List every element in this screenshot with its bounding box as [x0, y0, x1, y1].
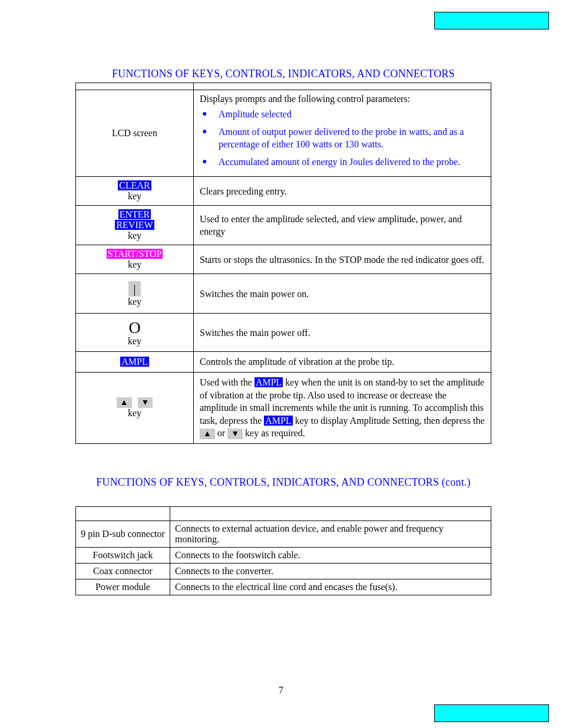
ampl-inline-tag: AMPL	[264, 416, 292, 426]
enter-key-tag: ENTER	[118, 209, 151, 219]
key-sub: key	[82, 336, 187, 347]
decorative-cyan-box-bottom	[434, 704, 549, 722]
page-content: FUNCTIONS OF KEYS, CONTROLS, INDICATORS,…	[0, 0, 562, 595]
row-footswitch: Footswitch jack Connects to the footswit…	[76, 547, 491, 563]
ampl-key-tag: AMPL	[120, 357, 148, 367]
down-arrow-icon: ▼	[138, 397, 153, 408]
row-dsub: 9 pin D-sub connector Connects to extern…	[76, 521, 491, 547]
functions-table-2: 9 pin D-sub connector Connects to extern…	[75, 506, 491, 595]
arrows-desc: Used with the AMPL key when the unit is …	[194, 372, 491, 443]
power-off-icon: O	[128, 318, 140, 337]
row-ampl-key: AMPL Controls the amplitude of vibration…	[76, 352, 491, 373]
lcd-label: LCD screen	[76, 90, 194, 177]
power-off-desc: Switches the main power off.	[194, 314, 491, 352]
row-clear-key: CLEAR key Clears preceding entry.	[76, 177, 491, 206]
page-number: 7	[0, 685, 562, 696]
footswitch-label: Footswitch jack	[76, 547, 170, 563]
clear-key-tag: CLEAR	[118, 180, 151, 190]
key-sub: key	[82, 408, 187, 419]
lcd-intro: Displays prompts and the following contr…	[200, 94, 485, 104]
row-start-stop-key: START/STOP key Starts or stops the ultra…	[76, 245, 491, 274]
start-stop-desc: Starts or stops the ultrasonics. In the …	[194, 245, 491, 274]
row-power-on-key: | key Switches the main power on.	[76, 274, 491, 314]
enter-review-desc: Used to enter the amplitude selected, an…	[194, 206, 491, 245]
ampl-inline-tag: AMPL	[254, 377, 283, 387]
lcd-bullet: Accumulated amount of energy in Joules d…	[200, 156, 485, 169]
start-stop-key-tag: START/STOP	[107, 249, 163, 259]
row-arrow-keys: ▲ ▼ key Used with the AMPL key when the …	[76, 372, 491, 443]
row-enter-review-key: ENTER REVIEW key Used to enter the ampli…	[76, 206, 491, 245]
row-power-off-key: O key Switches the main power off.	[76, 314, 491, 352]
power-on-desc: Switches the main power on.	[194, 274, 491, 314]
up-arrow-inline-icon: ▲	[200, 429, 215, 439]
section-heading-1: FUNCTIONS OF KEYS, CONTROLS, INDICATORS,…	[75, 68, 491, 80]
row-power-module: Power module Connects to the electrical …	[76, 579, 491, 595]
decorative-cyan-box-top	[434, 12, 549, 29]
ampl-desc: Controls the amplitude of vibration at t…	[194, 352, 491, 373]
lcd-bullet: Amplitude selected	[200, 108, 485, 121]
power-module-label: Power module	[76, 579, 170, 595]
row-lcd-screen: LCD screen Displays prompts and the foll…	[76, 90, 491, 177]
key-sub: key	[82, 297, 187, 307]
power-module-desc: Connects to the electrical line cord and…	[170, 579, 491, 595]
key-sub: key	[82, 259, 187, 270]
power-on-icon: |	[128, 281, 140, 297]
dsub-label: 9 pin D-sub connector	[76, 521, 170, 547]
dsub-desc: Connects to external actuation device, a…	[170, 521, 491, 547]
footswitch-desc: Connects to the footswitch cable.	[170, 547, 491, 563]
clear-desc: Clears preceding entry.	[194, 177, 491, 206]
review-key-tag: REVIEW	[115, 220, 154, 230]
functions-table-1: LCD screen Displays prompts and the foll…	[75, 83, 491, 444]
down-arrow-inline-icon: ▼	[227, 429, 243, 439]
section-heading-2: FUNCTIONS OF KEYS, CONTROLS, INDICATORS,…	[75, 476, 491, 489]
lcd-bullet: Amount of output power delivered to the …	[200, 126, 485, 151]
coax-label: Coax connector	[76, 563, 170, 579]
key-sub: key	[82, 230, 187, 241]
lcd-bullet-list: Amplitude selected Amount of output powe…	[200, 108, 485, 168]
up-arrow-icon: ▲	[117, 397, 132, 408]
coax-desc: Connects to the converter.	[170, 563, 491, 579]
row-coax: Coax connector Connects to the converter…	[76, 563, 491, 579]
key-sub: key	[82, 191, 187, 202]
